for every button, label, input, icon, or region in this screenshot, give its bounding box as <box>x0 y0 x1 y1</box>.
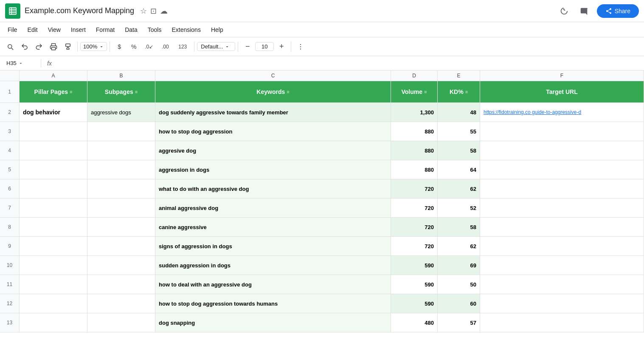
cell-5-B[interactable] <box>87 160 155 179</box>
cell-7-C[interactable]: animal aggressive dog <box>155 199 391 217</box>
cell-8-E[interactable]: 58 <box>438 218 480 236</box>
cell-3-F[interactable] <box>480 122 644 141</box>
header-cell-D[interactable]: Volume ≡ <box>391 81 438 102</box>
cell-10-F[interactable] <box>480 256 644 275</box>
cell-11-C[interactable]: how to deal with an aggressive dog <box>155 275 391 294</box>
cell-10-E[interactable]: 69 <box>438 256 480 275</box>
cell-11-A[interactable] <box>20 275 87 294</box>
cell-5-D[interactable]: 880 <box>391 160 438 179</box>
cell-4-C[interactable]: aggresive dog <box>155 141 391 160</box>
cell-4-B[interactable] <box>87 141 155 160</box>
cell-11-B[interactable] <box>87 275 155 294</box>
col-header-C[interactable]: C <box>155 71 391 81</box>
cell-6-E[interactable]: 62 <box>438 179 480 198</box>
header-cell-B[interactable]: Subpages ≡ <box>87 81 155 102</box>
cell-4-E[interactable]: 58 <box>438 141 480 160</box>
format-123-button[interactable]: 123 <box>174 40 191 54</box>
menu-data[interactable]: Data <box>121 25 142 35</box>
app-logo[interactable] <box>5 3 20 19</box>
dec-decrease-button[interactable]: .0↙ <box>141 40 157 54</box>
cell-4-F[interactable] <box>480 141 644 160</box>
history-button[interactable] <box>556 3 571 19</box>
cell-8-D[interactable]: 720 <box>391 218 438 236</box>
font-selector[interactable]: Default... <box>197 42 235 51</box>
share-button[interactable]: Share <box>597 4 639 18</box>
col-header-A[interactable]: A <box>20 71 87 81</box>
percent-button[interactable]: % <box>127 40 141 54</box>
paint-format-button[interactable] <box>61 40 75 54</box>
cell-reference[interactable]: H35 <box>3 59 37 68</box>
menu-file[interactable]: File <box>3 25 22 35</box>
cell-10-C[interactable]: sudden aggression in dogs <box>155 256 391 275</box>
cell-6-D[interactable]: 720 <box>391 179 438 198</box>
cell-3-D[interactable]: 880 <box>391 122 438 141</box>
cell-13-A[interactable] <box>20 313 87 332</box>
header-cell-E[interactable]: KD% ≡ <box>438 81 480 102</box>
cell-11-F[interactable] <box>480 275 644 294</box>
cell-10-A[interactable] <box>20 256 87 275</box>
filter-icon-B[interactable]: ≡ <box>135 89 138 94</box>
menu-insert[interactable]: Insert <box>67 25 90 35</box>
cell-8-A[interactable] <box>20 218 87 236</box>
cell-5-F[interactable] <box>480 160 644 179</box>
cell-2-D[interactable]: 1,300 <box>391 103 438 122</box>
cell-13-C[interactable]: dog snapping <box>155 313 391 332</box>
cloud-icon[interactable]: ☁ <box>160 6 168 16</box>
filter-icon-D[interactable]: ≡ <box>424 89 427 94</box>
cell-10-B[interactable] <box>87 256 155 275</box>
menu-help[interactable]: Help <box>207 25 228 35</box>
cell-9-D[interactable]: 720 <box>391 237 438 255</box>
currency-button[interactable]: $ <box>112 40 126 54</box>
col-header-D[interactable]: D <box>391 71 438 81</box>
cell-9-E[interactable]: 62 <box>438 237 480 255</box>
cell-7-F[interactable] <box>480 199 644 217</box>
cell-2-C[interactable]: dog suddenly aggressive towards family m… <box>155 103 391 122</box>
font-size-increase-button[interactable]: + <box>275 40 288 54</box>
cell-11-E[interactable]: 50 <box>438 275 480 294</box>
cell-3-E[interactable]: 55 <box>438 122 480 141</box>
cell-3-A[interactable] <box>20 122 87 141</box>
menu-tools[interactable]: Tools <box>143 25 166 35</box>
cell-12-F[interactable] <box>480 294 644 313</box>
header-cell-F[interactable]: Target URL <box>480 81 644 102</box>
menu-extensions[interactable]: Extensions <box>167 25 205 35</box>
cell-2-F[interactable]: https://fidotraining.co guide-to-aggress… <box>480 103 644 122</box>
cell-7-A[interactable] <box>20 199 87 217</box>
cell-13-E[interactable]: 57 <box>438 313 480 332</box>
undo-button[interactable] <box>18 40 31 54</box>
menu-edit[interactable]: Edit <box>23 25 42 35</box>
cell-7-B[interactable] <box>87 199 155 217</box>
cell-12-E[interactable]: 60 <box>438 294 480 313</box>
header-cell-C[interactable]: Keywords ≡ <box>155 81 391 102</box>
cell-4-A[interactable] <box>20 141 87 160</box>
star-icon[interactable]: ☆ <box>140 6 147 16</box>
cell-6-B[interactable] <box>87 179 155 198</box>
cell-8-B[interactable] <box>87 218 155 236</box>
cell-12-D[interactable]: 590 <box>391 294 438 313</box>
col-header-F[interactable]: F <box>480 71 644 81</box>
cell-12-C[interactable]: how to stop dog aggression towards human… <box>155 294 391 313</box>
cell-13-D[interactable]: 480 <box>391 313 438 332</box>
filter-icon-C[interactable]: ≡ <box>287 89 289 94</box>
cell-12-B[interactable] <box>87 294 155 313</box>
cell-5-C[interactable]: aggression in dogs <box>155 160 391 179</box>
more-options-button[interactable] <box>294 40 307 54</box>
cell-6-F[interactable] <box>480 179 644 198</box>
cell-9-B[interactable] <box>87 237 155 255</box>
cell-13-B[interactable] <box>87 313 155 332</box>
menu-format[interactable]: Format <box>92 25 119 35</box>
menu-view[interactable]: View <box>44 25 65 35</box>
cell-13-F[interactable] <box>480 313 644 332</box>
cell-2-A[interactable]: dog behavior <box>20 103 87 122</box>
col-header-B[interactable]: B <box>87 71 155 81</box>
redo-button[interactable] <box>32 40 46 54</box>
comments-button[interactable] <box>577 3 592 19</box>
cell-8-F[interactable] <box>480 218 644 236</box>
dec-increase-button[interactable]: .00 <box>157 40 173 54</box>
cell-5-E[interactable]: 64 <box>438 160 480 179</box>
cell-9-F[interactable] <box>480 237 644 255</box>
folder-icon[interactable]: ⊡ <box>150 6 157 16</box>
cell-2-B[interactable]: aggressive dogs <box>87 103 155 122</box>
cell-5-A[interactable] <box>20 160 87 179</box>
cell-7-D[interactable]: 720 <box>391 199 438 217</box>
